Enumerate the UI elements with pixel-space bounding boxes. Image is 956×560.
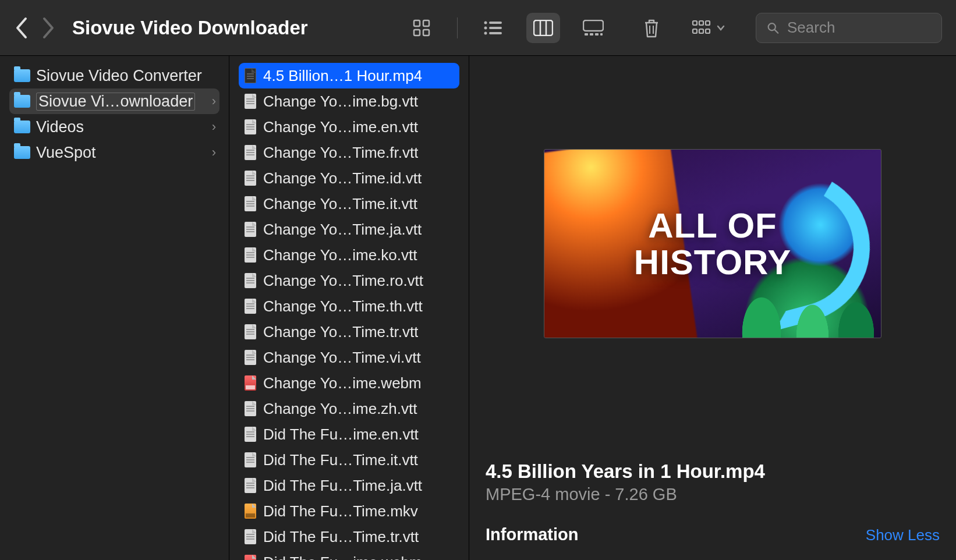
doc-file-icon	[245, 427, 256, 442]
nav-back-button[interactable]	[14, 17, 28, 39]
group-by-button[interactable]	[692, 19, 725, 37]
file-row[interactable]: Change Yo…ime.webm	[239, 370, 459, 396]
file-label: Change Yo…Time.th.vtt	[263, 297, 423, 316]
file-row[interactable]: Change Yo…Time.fr.vtt	[239, 140, 459, 165]
file-label: Change Yo…Time.tr.vtt	[263, 323, 418, 341]
doc-file-icon	[245, 401, 256, 416]
svg-rect-23	[693, 29, 697, 33]
thumb-text-2: HISTORY	[634, 244, 791, 281]
chevron-right-icon: ›	[212, 94, 216, 109]
file-row[interactable]: Change Yo…Time.id.vtt	[239, 165, 459, 191]
sidebar-item-label: VueSpot	[36, 144, 96, 162]
delete-button[interactable]	[635, 13, 668, 43]
view-switcher	[399, 13, 616, 43]
file-label: Change Yo…Time.ja.vtt	[263, 221, 422, 239]
folder-icon	[14, 146, 30, 159]
webm-file-icon	[245, 375, 256, 391]
preview-filename: 4.5 Billion Years in 1 Hour.mp4	[486, 460, 940, 483]
folder-icon	[14, 69, 30, 82]
svg-point-4	[484, 21, 487, 24]
file-label: Did The Fu…Time.it.vtt	[263, 451, 418, 469]
doc-file-icon	[245, 273, 256, 288]
sidebar-item[interactable]: VueSpot›	[9, 140, 219, 165]
sidebar-item[interactable]: Videos›	[9, 114, 219, 140]
doc-file-icon	[245, 350, 256, 365]
sidebar-item-label: Siovue Vi…ownloader	[36, 93, 195, 111]
video-file-icon	[245, 68, 256, 83]
gallery-view-button[interactable]	[576, 13, 610, 43]
svg-rect-10	[534, 20, 553, 36]
search-icon	[767, 21, 779, 35]
file-row[interactable]: Change Yo…Time.th.vtt	[239, 293, 459, 319]
sidebar-item-label: Siovue Video Converter	[36, 67, 202, 85]
svg-rect-22	[706, 21, 710, 25]
svg-rect-24	[699, 29, 703, 33]
file-label: Change Yo…Time.ro.vtt	[263, 272, 423, 290]
file-row[interactable]: Change Yo…ime.ko.vtt	[239, 242, 459, 268]
chevron-right-icon: ›	[212, 119, 216, 134]
show-less-link[interactable]: Show Less	[866, 526, 940, 544]
search-input[interactable]	[787, 19, 931, 37]
nav-forward-button[interactable]	[42, 17, 56, 39]
file-row[interactable]: Change Yo…ime.en.vtt	[239, 114, 459, 140]
file-row[interactable]: Change Yo…ime.zh.vtt	[239, 396, 459, 421]
icon-view-button[interactable]	[405, 13, 438, 43]
preview-column: ALL OF HISTORY 4.5 Billion Years in 1 Ho…	[469, 56, 956, 560]
file-row[interactable]: Did The Fu…Time.tr.vtt	[239, 524, 459, 550]
file-label: Did The Fu…Time.mkv	[263, 502, 418, 520]
doc-file-icon	[245, 247, 256, 263]
folder-icon	[14, 120, 30, 133]
svg-rect-21	[699, 21, 703, 25]
chevron-down-icon	[716, 23, 725, 33]
file-label: Did The Fu…Time.ja.vtt	[263, 477, 422, 495]
file-row[interactable]: Change Yo…Time.ja.vtt	[239, 217, 459, 242]
file-label: Change Yo…ime.webm	[263, 374, 422, 392]
sidebar-item[interactable]: Siovue Vi…ownloader›	[9, 88, 219, 114]
sidebar-item-label: Videos	[36, 118, 84, 136]
file-row[interactable]: Change Yo…Time.tr.vtt	[239, 319, 459, 345]
file-label: Change Yo…Time.id.vtt	[263, 169, 422, 187]
svg-rect-2	[414, 30, 420, 36]
file-row[interactable]: Change Yo…Time.it.vtt	[239, 191, 459, 217]
file-row[interactable]: Did The Fu…Time.ja.vtt	[239, 473, 459, 498]
file-label: Change Yo…ime.bg.vtt	[263, 93, 418, 111]
file-row[interactable]: Change Yo…Time.ro.vtt	[239, 268, 459, 293]
doc-file-icon	[245, 145, 256, 160]
file-row[interactable]: Did The Fu…ime.en.vtt	[239, 421, 459, 447]
svg-point-6	[484, 26, 487, 29]
svg-rect-7	[489, 27, 502, 29]
svg-rect-14	[585, 33, 588, 36]
svg-rect-20	[693, 21, 697, 25]
svg-rect-25	[706, 29, 710, 33]
doc-file-icon	[245, 324, 256, 339]
file-row[interactable]: Did The Fu…Time.mkv	[239, 498, 459, 524]
file-label: Change Yo…Time.vi.vtt	[263, 349, 421, 367]
chevron-right-icon: ›	[212, 145, 216, 160]
file-row[interactable]: 4.5 Billion…1 Hour.mp4	[239, 63, 459, 88]
file-row[interactable]: Did The Fu…Time.it.vtt	[239, 447, 459, 473]
folder-icon	[14, 95, 30, 108]
svg-rect-3	[423, 30, 429, 36]
file-label: Change Yo…Time.fr.vtt	[263, 144, 418, 162]
preview-meta: MPEG-4 movie - 7.26 GB	[486, 485, 940, 504]
svg-rect-17	[600, 33, 603, 36]
doc-file-icon	[245, 299, 256, 314]
svg-rect-5	[489, 22, 502, 24]
column-view-button[interactable]	[526, 13, 560, 43]
svg-rect-16	[595, 33, 599, 36]
file-label: Change Yo…ime.zh.vtt	[263, 400, 417, 418]
file-row[interactable]: Did The Fu…ime.webm	[239, 550, 459, 560]
doc-file-icon	[245, 196, 256, 211]
doc-file-icon	[245, 171, 256, 186]
thumb-text-1: ALL OF	[648, 207, 777, 244]
toolbar: Siovue Video Downloader	[0, 0, 956, 56]
file-label: Did The Fu…Time.tr.vtt	[263, 528, 419, 546]
list-view-button[interactable]	[476, 13, 510, 43]
preview-thumbnail[interactable]: ALL OF HISTORY	[544, 149, 881, 338]
file-row[interactable]: Change Yo…ime.bg.vtt	[239, 88, 459, 114]
search-field[interactable]	[756, 13, 942, 43]
window-title: Siovue Video Downloader	[72, 17, 308, 39]
file-label: 4.5 Billion…1 Hour.mp4	[263, 67, 422, 85]
file-row[interactable]: Change Yo…Time.vi.vtt	[239, 345, 459, 370]
sidebar-item[interactable]: Siovue Video Converter	[9, 63, 219, 88]
